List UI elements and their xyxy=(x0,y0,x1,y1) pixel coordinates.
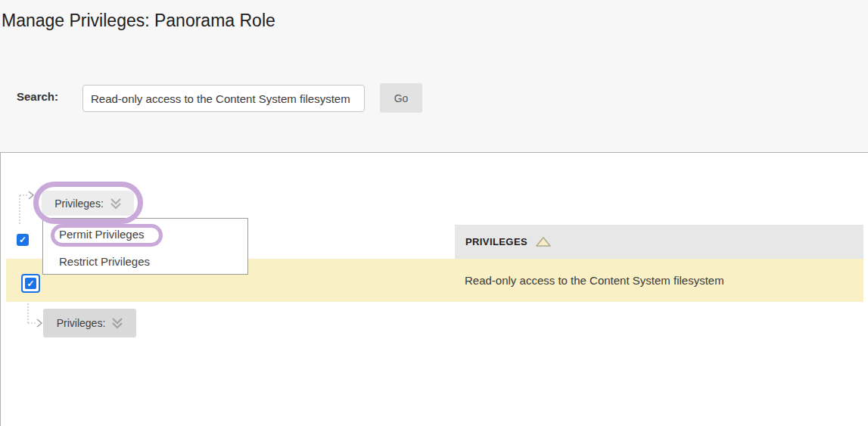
privileges-column-label: PRIVILEGES xyxy=(465,236,527,247)
row-checkbox[interactable]: ✓ xyxy=(21,274,40,293)
tree-branch-end-arrow-icon xyxy=(25,302,48,329)
privileges-menu-button-bottom-label: Privileges: xyxy=(57,317,106,329)
select-all-checkbox[interactable]: ✓ xyxy=(17,234,29,246)
search-label: Search: xyxy=(17,90,58,103)
privilege-name: Read-only access to the Content System f… xyxy=(465,259,724,302)
go-button[interactable]: Go xyxy=(380,83,422,113)
checkmark-icon: ✓ xyxy=(26,279,34,288)
sort-ascending-icon xyxy=(535,236,552,247)
privileges-dropdown-menu: Permit Privileges Restrict Privileges xyxy=(42,218,248,275)
privileges-column-header[interactable]: PRIVILEGES xyxy=(455,225,863,259)
menu-item-restrict-privileges[interactable]: Restrict Privileges xyxy=(43,253,247,271)
checkmark-icon: ✓ xyxy=(19,235,26,244)
row-checkbox-inner: ✓ xyxy=(25,278,36,289)
menu-item-permit-privileges[interactable]: Permit Privileges xyxy=(43,225,247,244)
page-title: Manage Privileges: Panorama Role xyxy=(2,11,275,31)
manage-privileges-page: Manage Privileges: Panorama Role Search:… xyxy=(0,0,868,426)
double-chevron-down-icon xyxy=(110,197,121,210)
privileges-menu-button-label: Privileges: xyxy=(54,197,104,210)
double-chevron-down-icon xyxy=(112,317,123,329)
search-input[interactable] xyxy=(82,85,365,112)
privileges-menu-button-bottom[interactable]: Privileges: xyxy=(43,309,136,337)
tree-branch-arrow-icon xyxy=(17,189,39,227)
privileges-menu-button[interactable]: Privileges: xyxy=(42,191,134,216)
